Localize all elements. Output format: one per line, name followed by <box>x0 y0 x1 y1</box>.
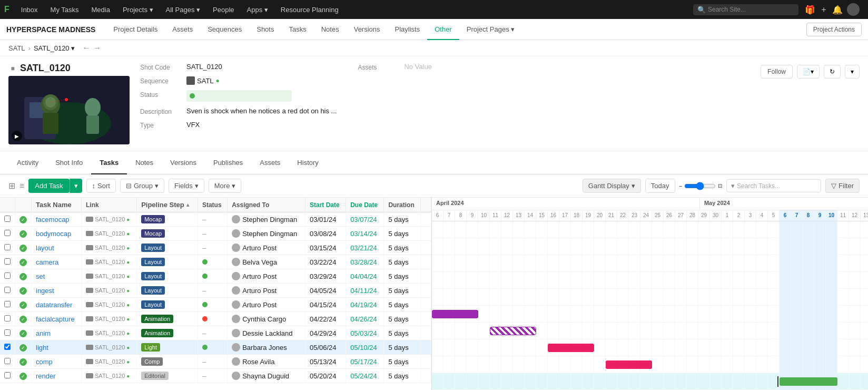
row-done-cell[interactable]: ✓ <box>15 312 32 326</box>
row-checkbox[interactable] <box>4 372 11 378</box>
row-done-check[interactable]: ✓ <box>19 373 27 380</box>
row-done-cell[interactable]: ✓ <box>15 255 32 269</box>
row-done-check[interactable]: ✓ <box>19 259 27 266</box>
nav-my-tasks[interactable]: My Tasks <box>45 4 84 16</box>
row-select-cell[interactable] <box>0 312 15 326</box>
row-checkbox[interactable] <box>4 258 11 265</box>
row-select-cell[interactable] <box>0 241 15 255</box>
global-search[interactable]: 🔍 Search Site... <box>693 4 798 15</box>
task-name-link[interactable]: light <box>36 344 48 352</box>
nav-assets[interactable]: Assets <box>165 19 200 40</box>
task-name-link[interactable]: facemocap <box>36 216 70 223</box>
tab-versions[interactable]: Versions <box>162 151 205 174</box>
col-assigned[interactable]: Assigned To <box>228 198 305 212</box>
row-checkbox[interactable] <box>4 230 11 236</box>
today-button[interactable]: Today <box>645 179 675 193</box>
row-done-check[interactable]: ✓ <box>19 344 27 352</box>
task-name-link[interactable]: facialcapture <box>36 315 75 323</box>
tab-publishes[interactable]: Publishes <box>205 151 251 174</box>
row-done-cell[interactable]: ✓ <box>15 298 32 312</box>
zoom-range[interactable] <box>684 182 716 190</box>
col-due-date[interactable]: Due Date <box>346 198 384 212</box>
nav-sequences[interactable]: Sequences <box>200 19 249 40</box>
row-select-cell[interactable] <box>0 255 15 269</box>
shot-thumbnail[interactable]: ▶ <box>8 76 130 144</box>
nav-next-arrow[interactable]: → <box>93 43 101 53</box>
row-done-cell[interactable]: ✓ <box>15 284 32 298</box>
task-name-link[interactable]: comp <box>36 358 53 366</box>
grid-view-button[interactable]: ⊞ <box>8 181 15 191</box>
row-done-check[interactable]: ✓ <box>19 287 27 295</box>
task-name-link[interactable]: ingest <box>36 287 54 295</box>
follow-button[interactable]: Follow <box>761 65 793 79</box>
col-link[interactable]: Link <box>82 198 137 212</box>
row-done-check[interactable]: ✓ <box>19 216 27 223</box>
row-select-cell[interactable] <box>0 340 15 355</box>
row-done-cell[interactable]: ✓ <box>15 227 32 241</box>
row-done-check[interactable]: ✓ <box>19 245 27 252</box>
play-button[interactable]: ▶ <box>12 131 22 141</box>
user-avatar[interactable] <box>847 3 860 16</box>
col-duration[interactable]: Duration <box>384 198 421 212</box>
row-checkbox[interactable] <box>4 329 11 336</box>
row-select-cell[interactable] <box>0 269 15 284</box>
bell-icon[interactable]: 🔔 <box>832 5 843 15</box>
row-done-cell[interactable]: ✓ <box>15 369 32 383</box>
breadcrumb-parent[interactable]: SATL <box>8 44 25 52</box>
row-select-cell[interactable] <box>0 326 15 340</box>
nav-prev-arrow[interactable]: ← <box>82 43 91 53</box>
nav-project-pages[interactable]: Project Pages ▾ <box>459 19 522 40</box>
row-checkbox[interactable] <box>4 315 11 321</box>
task-name-link[interactable]: anim <box>36 329 51 337</box>
row-done-cell[interactable]: ✓ <box>15 212 32 227</box>
col-pipeline-step[interactable]: Pipeline Step ▲ <box>137 198 198 212</box>
more-button[interactable]: More ▾ <box>209 179 242 193</box>
row-select-cell[interactable] <box>0 369 15 383</box>
list-view-button[interactable]: ≡ <box>19 181 24 191</box>
nav-projects[interactable]: Projects ▾ <box>117 4 159 16</box>
gift-icon[interactable]: 🎁 <box>805 5 815 15</box>
row-select-cell[interactable] <box>0 298 15 312</box>
zoom-out-icon[interactable]: – <box>679 183 683 189</box>
row-done-cell[interactable]: ✓ <box>15 241 32 255</box>
task-name-link[interactable]: set <box>36 272 45 280</box>
plus-icon[interactable]: ＋ <box>820 4 828 15</box>
zoom-slider[interactable]: – ⊡ <box>679 182 723 190</box>
row-checkbox[interactable] <box>4 216 11 222</box>
row-checkbox[interactable] <box>4 272 11 279</box>
row-select-cell[interactable] <box>0 212 15 227</box>
row-select-cell[interactable] <box>0 284 15 298</box>
tab-assets[interactable]: Assets <box>251 151 289 174</box>
row-done-check[interactable]: ✓ <box>19 301 27 309</box>
row-done-cell[interactable]: ✓ <box>15 340 32 355</box>
add-task-dropdown[interactable]: ▾ <box>70 179 82 193</box>
nav-project-details[interactable]: Project Details <box>106 19 165 40</box>
col-status[interactable]: Status <box>198 198 227 212</box>
row-checkbox[interactable] <box>4 358 11 364</box>
col-task-name[interactable]: Task Name <box>32 198 82 212</box>
task-name-link[interactable]: layout <box>36 244 54 252</box>
nav-other[interactable]: Other <box>427 19 459 40</box>
task-name-link[interactable]: camera <box>36 258 58 266</box>
nav-tasks[interactable]: Tasks <box>281 19 313 40</box>
add-task-button[interactable]: Add Task <box>28 179 69 193</box>
row-done-check[interactable]: ✓ <box>19 273 27 280</box>
nav-shots[interactable]: Shots <box>249 19 281 40</box>
gantt-display-button[interactable]: Gantt Display ▾ <box>583 179 641 193</box>
nav-media[interactable]: Media <box>86 4 115 16</box>
filter-button[interactable]: ▽ Filter <box>825 179 860 193</box>
project-actions-button[interactable]: Project Actions <box>806 23 862 36</box>
nav-all-pages[interactable]: All Pages ▾ <box>161 4 206 16</box>
nav-inbox[interactable]: Inbox <box>16 4 43 16</box>
row-checkbox[interactable] <box>4 344 11 350</box>
tab-activity[interactable]: Activity <box>8 151 47 174</box>
fields-button[interactable]: Fields ▾ <box>169 179 204 193</box>
row-done-cell[interactable]: ✓ <box>15 355 32 369</box>
task-name-link[interactable]: datatransfer <box>36 301 72 309</box>
tab-history[interactable]: History <box>289 151 327 174</box>
nav-apps[interactable]: Apps ▾ <box>242 4 273 16</box>
row-checkbox[interactable] <box>4 287 11 293</box>
task-name-link[interactable]: bodymocap <box>36 230 71 238</box>
row-done-check[interactable]: ✓ <box>19 330 27 337</box>
nav-versions[interactable]: Versions <box>347 19 388 40</box>
